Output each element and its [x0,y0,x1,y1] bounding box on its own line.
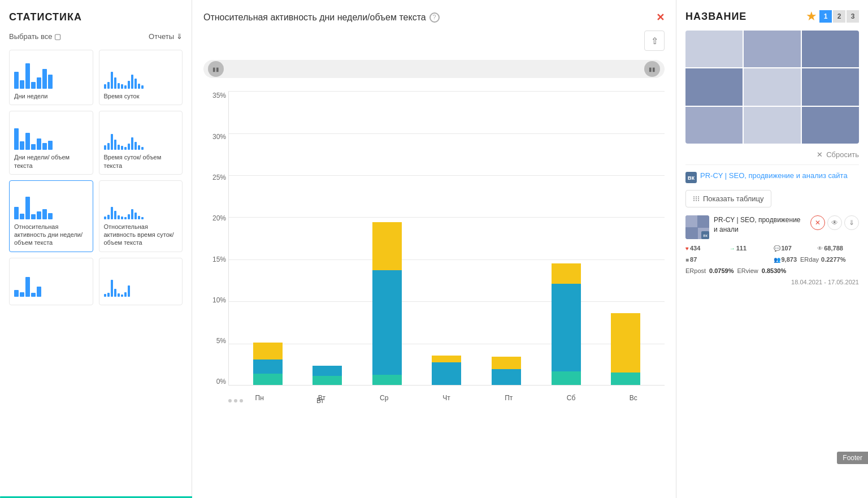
range-handle-left[interactable]: ▮▮ [208,61,224,77]
mosaic-cell [685,31,743,67]
erpost-label: ERpost [685,267,706,274]
vk-badge-icon: вк [701,231,709,239]
download-icon: ⇓ [176,32,183,41]
chart-preview [14,116,88,150]
star-bookmark-icon[interactable]: ★ [806,9,817,24]
x-label-fri: Пт [494,394,523,402]
x-label-wed: Ср [370,394,399,402]
curve-dot [228,399,232,402]
download-account-button[interactable]: ⇓ [844,215,859,230]
left-panel-title: СТАТИСТИКА [9,11,183,23]
right-panel-header: НАЗВАНИЕ ★ 1 2 3 [685,9,859,24]
reset-button[interactable]: ✕ Сбросить [685,150,859,165]
reposts-value: 111 [736,245,747,252]
upload-button[interactable]: ⇧ [644,31,665,51]
vk-link-text[interactable]: PR-CY | SEO, продвижение и анализ сайта [700,171,848,181]
stat-card-days-of-week[interactable]: Дни недели [9,50,93,105]
range-handle-right[interactable]: ▮▮ [644,61,660,77]
x-label-mon: Пн [245,394,274,402]
chart-bars-area [228,92,665,386]
mosaic-cell [802,31,859,67]
account-name: PR-CY | SEO, прoдвижение и анали [714,215,806,235]
eye-icon: 👁 [817,245,823,252]
stat-card-label: Дни недели [14,92,88,100]
stat-card-relative-time[interactable]: Относительная активность время суток/ об… [99,180,183,252]
vk-icon: вк [685,172,697,183]
bar-group-thu [432,356,461,385]
subscribers-value: 9,873 [782,256,797,263]
erview-label: ERview [737,267,758,274]
stat-card-label: Относительная активность дни недели/объе… [14,223,88,247]
erday-label: ERday [800,256,819,263]
bar-stack [313,366,342,385]
subscribers-icon: 👥 [774,257,780,263]
close-icon: ✕ [817,150,823,159]
mosaic-cell [744,107,801,144]
chart-y-labels: 35% 30% 25% 20% 15% 10% 5% 0% [203,92,226,386]
select-all-button[interactable]: Выбрать все ▢ [9,32,61,41]
help-icon[interactable]: ? [429,12,440,23]
stat-card-time-of-day[interactable]: Время суток [99,50,183,105]
stat-cards-grid: Дни недели Время суток [9,50,183,305]
chart-x-labels: Пн Вт Ср Чт Пт Сб Вс [228,388,665,408]
remove-account-button[interactable]: ✕ [810,215,825,230]
stat-card-label: Дни недели/ объем текста [14,153,88,170]
stat-card-label: Время суток [104,92,178,100]
page-badge-2[interactable]: 2 [833,10,845,23]
bar-stack [253,343,283,385]
stat-comments: 💬 107 [774,245,815,252]
right-panel: НАЗВАНИЕ ★ 1 2 3 ✕ Сбросить вк PR-CY | S… [676,0,868,498]
select-all-label: Выбрать все [9,32,52,41]
page-badge-3[interactable]: 3 [847,10,859,23]
bottom-label-vt: Вт [316,397,324,405]
stats-grid: ♥ 434 → 111 💬 107 👁 68,788 [685,245,859,252]
left-panel-actions: Выбрать все ▢ Отчеты ⇓ [9,32,183,41]
stat-card-days-text-volume[interactable]: Дни недели/ объем текста [9,111,93,175]
comment-icon: 💬 [774,245,780,252]
repost-icon: → [730,245,735,252]
main-panel: Относительная активность дни недели/объе… [192,0,676,498]
bar-group-sun [611,313,640,385]
x-label-sat: Сб [557,394,586,402]
account-actions: ✕ 👁 ⇓ [810,215,859,230]
footer-badge: Footer [837,452,868,464]
mosaic-cell [744,31,801,67]
mosaic-cell [802,107,859,144]
curve-dot [234,399,237,402]
chart-preview [104,263,178,297]
stat-card-label: Время суток/ объем текста [104,153,178,170]
close-button[interactable]: ✕ [656,11,665,24]
stat-card-relative-days[interactable]: Относительная активность дни недели/объе… [9,180,93,252]
stat-card-8[interactable] [99,258,183,305]
views-value: 68,788 [824,245,843,252]
comments-value: 107 [782,245,792,252]
reset-label: Сбросить [826,150,859,159]
stat-card-time-text-volume[interactable]: Время суток/ объем текста [99,111,183,175]
stat-card-7[interactable] [9,258,93,305]
bar-stack [492,357,521,385]
range-slider[interactable]: ▮▮ ▮▮ [203,60,665,78]
y-label: 5% [203,337,226,345]
bar-group-fri [492,357,521,385]
erday-value: 0.2277% [821,256,845,263]
stats-grid-2: ■ 87 👥 9,873 ERday 0.2277% [685,256,859,263]
bar-stack [611,313,640,385]
chart-title: Относительная активность дни недели/объе… [203,11,440,24]
x-label-thu: Чт [432,394,461,402]
reports-button[interactable]: Отчеты ⇓ [149,32,183,41]
right-panel-title: НАЗВАНИЕ [685,11,747,23]
chart-preview [104,55,178,89]
page-badge-1[interactable]: 1 [819,10,832,23]
reports-label: Отчеты [149,32,174,41]
avatar-wrapper: вк [685,215,709,239]
y-label: 25% [203,174,226,181]
chart-header: Относительная активность дни недели/объе… [203,11,665,24]
bar-group-sat [552,263,581,385]
y-label: 35% [203,92,226,99]
page-badges: 1 2 3 [819,10,859,23]
account-row: вк PR-CY | SEO, прoдвижение и анали ✕ 👁 … [685,215,859,239]
view-account-button[interactable]: 👁 [827,215,842,230]
chart-preview [104,185,178,219]
show-table-button[interactable]: ⁝⁝⁝ Показать таблицу [685,190,771,207]
chart-preview [104,116,178,150]
